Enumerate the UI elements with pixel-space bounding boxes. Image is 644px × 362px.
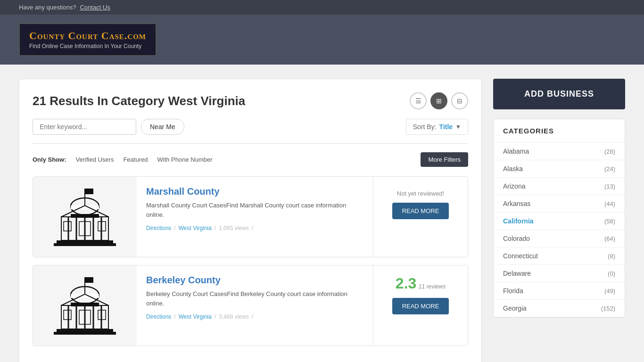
logo-subtitle: Find Online Case Information In Your Cou… [29,43,146,49]
phone-number-filter[interactable]: With Phone Number [157,156,212,163]
logo[interactable]: County Court Case.com Find Online Case I… [19,23,157,56]
content-panel: 21 Results In Category West Virginia ☰ ⊞… [19,79,482,362]
category-count: (13) [604,183,615,190]
directions-link[interactable]: Directions [146,225,171,231]
listing-card: Marshall County Marshall County Court Ca… [33,176,468,257]
sort-value: Title [439,123,453,131]
category-count: (0) [608,270,615,277]
location-link[interactable]: West Virginia [179,313,212,320]
directions-link[interactable]: Directions [146,313,171,320]
courthouse-icon [47,272,123,338]
contact-link[interactable]: Contact Us [80,4,110,11]
category-name: Colorado [503,235,530,242]
svg-rect-11 [54,243,116,246]
verified-users-filter[interactable]: Verified Users [76,156,114,163]
category-name: Florida [503,287,523,295]
sort-label: Sort By: [413,123,437,131]
category-name: Arkansas [503,200,530,207]
sidebar-item-delaware[interactable]: Delaware (0) [494,265,625,282]
sidebar-item-georgia[interactable]: Georgia (152) [494,300,625,317]
separator-1: / [174,313,175,320]
listing-actions: Not yet reviewed! READ MORE [373,177,468,257]
near-me-button[interactable]: Near Me [141,119,184,135]
categories-box: CATEGORIES Alabama (28) Alaska (24) Ariz… [493,119,625,318]
sidebar-item-arizona[interactable]: Arizona (13) [494,178,625,195]
sidebar-item-florida[interactable]: Florida (49) [494,282,625,300]
svg-rect-28 [54,332,116,335]
separator-3: / [252,225,253,231]
separator-2: / [215,225,216,231]
svg-rect-20 [71,294,99,298]
svg-rect-1 [85,189,93,194]
listing-card: Berkeley County Berkeley County Court Ca… [33,265,468,346]
results-header: 21 Results In Category West Virginia ☰ ⊞… [33,92,468,109]
views-count: 1,065 views [219,225,248,231]
view-list-btn[interactable]: ☰ [410,92,427,109]
not-reviewed-text: Not yet reviewed! [397,190,444,197]
results-title: 21 Results In Category West Virginia [33,94,245,108]
sidebar-item-alabama[interactable]: Alabama (28) [494,143,625,160]
category-name: California [503,217,534,225]
listing-info: Marshall County Marshall County Court Ca… [137,177,373,257]
category-name: Georgia [503,304,527,312]
search-input[interactable] [33,119,136,135]
read-more-button[interactable]: READ MORE [392,298,449,314]
listing-image [33,177,137,257]
svg-rect-12 [64,222,71,231]
sidebar-item-arkansas[interactable]: Arkansas (44) [494,195,625,213]
category-count: (49) [604,288,615,295]
listing-info: Berkeley County Berkeley County Court Ca… [137,265,373,346]
sort-dropdown[interactable]: Sort By: Title ▼ [406,119,468,135]
svg-rect-18 [85,277,93,283]
listing-meta: Directions / West Virginia / 1,065 views… [146,225,363,231]
logo-title: County Court Case.com [29,30,146,42]
featured-filter[interactable]: Featured [123,156,148,163]
view-grid-btn[interactable]: ⊞ [430,92,447,109]
courthouse-icon [47,184,123,250]
top-bar: Have any questions? Contact Us [0,0,644,15]
category-name: Connecticut [503,252,538,260]
category-name: Alabama [503,148,529,155]
svg-rect-3 [71,206,99,209]
sidebar: ADD BUSINESS CATEGORIES Alabama (28) Ala… [493,79,625,362]
listing-actions: 2.3 11 reviews READ MORE [373,265,468,346]
filter-bar: Only Show: Verified Users Featured With … [33,152,468,167]
svg-rect-10 [57,240,113,243]
listing-description: Marshall County Court CasesFind Marshall… [146,201,363,219]
main-container: 21 Results In Category West Virginia ☰ ⊞… [0,65,644,362]
sidebar-item-connecticut[interactable]: Connecticut (8) [494,247,625,265]
sidebar-item-alaska[interactable]: Alaska (24) [494,160,625,178]
sidebar-item-colorado[interactable]: Colorado (64) [494,230,625,247]
location-link[interactable]: West Virginia [179,225,212,231]
sidebar-item-california[interactable]: California (58) [494,213,625,230]
category-name: Alaska [503,165,523,173]
listing-image [33,265,137,346]
more-filters-button[interactable]: More Filters [421,152,468,167]
listing-meta: Directions / West Virginia / 3,468 views… [146,313,363,320]
read-more-button[interactable]: READ MORE [392,203,449,219]
category-name: Delaware [503,270,531,277]
question-text: Have any questions? [19,4,76,11]
category-count: (152) [601,305,615,312]
add-business-button[interactable]: ADD BUSINESS [493,79,625,109]
view-map-btn[interactable]: ⊟ [451,92,468,109]
separator-3: / [252,313,253,320]
separator-2: / [215,313,216,320]
separator-1: / [174,225,175,231]
search-bar: Near Me Sort By: Title ▼ [33,119,468,144]
only-show-label: Only Show: [33,156,66,163]
views-count: 3,468 views [219,313,248,320]
header: County Court Case.com Find Online Case I… [0,15,644,65]
chevron-down-icon: ▼ [455,123,461,130]
view-toggles: ☰ ⊞ ⊟ [410,92,468,109]
listing-name[interactable]: Berkeley County [146,275,363,286]
svg-rect-29 [64,310,71,320]
listing-name[interactable]: Marshall County [146,186,363,197]
categories-title: CATEGORIES [494,119,625,143]
listing-description: Berkeley County Court CasesFind Berkeley… [146,289,363,308]
rating-score: 2.3 [396,275,416,292]
category-count: (58) [604,218,615,225]
svg-rect-27 [57,329,113,332]
category-count: (44) [604,200,615,207]
rating-reviews: 11 reviews [419,283,446,290]
